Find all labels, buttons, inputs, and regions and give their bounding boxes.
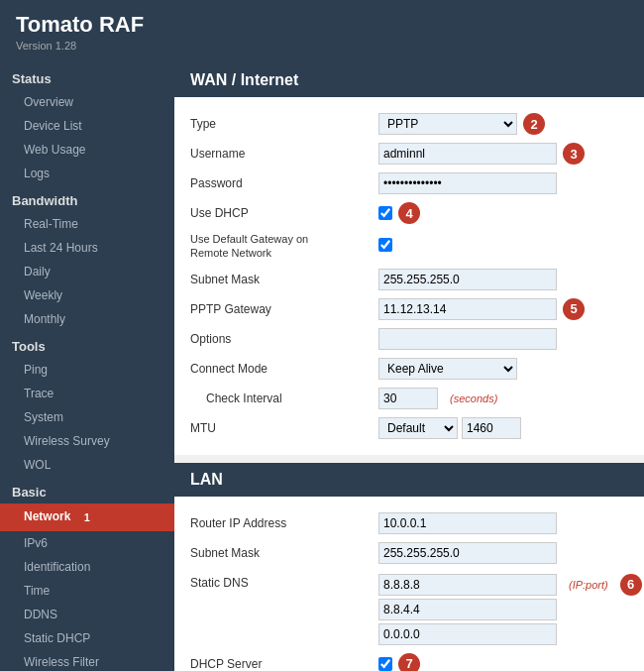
sidebar-item-network[interactable]: Network 1 [0, 503, 174, 531]
sidebar-item-identification[interactable]: Identification [0, 555, 174, 579]
lan-section-title: LAN [190, 471, 223, 488]
sidebar-item-logs[interactable]: Logs [0, 162, 174, 185]
lan-router-ip-input[interactable] [378, 512, 557, 534]
sidebar-item-weekly[interactable]: Weekly [0, 283, 174, 307]
wan-default-gw-row: Use Default Gateway onRemote Network [190, 228, 628, 265]
sidebar-section-basic: Basic [0, 477, 174, 503]
wan-pptp-gw-input[interactable] [378, 298, 557, 320]
sidebar-item-ipv6[interactable]: IPv6 [0, 531, 174, 555]
lan-dhcp-server-row: DHCP Server 7 [190, 649, 628, 671]
lan-section-header: LAN [174, 463, 644, 497]
wan-connect-mode-control: Keep Alive On Demand Disabled [378, 358, 628, 380]
wan-default-gw-label: Use Default Gateway onRemote Network [190, 232, 378, 261]
wan-password-row: Password [190, 168, 628, 198]
wan-mtu-input[interactable] [462, 417, 521, 439]
wan-default-gw-control [378, 238, 628, 255]
wan-section-header: WAN / Internet [174, 63, 644, 97]
wan-check-interval-control: (seconds) [378, 388, 628, 409]
wan-form: Type PPTP DHCP Static PPPoE 2 Username 3 [174, 97, 644, 455]
badge-4: 4 [398, 202, 420, 224]
main-content: WAN / Internet Type PPTP DHCP Static PPP… [174, 63, 644, 671]
sidebar-item-ddns[interactable]: DDNS [0, 603, 174, 626]
badge-3: 3 [563, 143, 585, 165]
wan-check-interval-input[interactable] [378, 388, 438, 409]
lan-static-dns-label: Static DNS [190, 574, 378, 590]
lan-static-dns-input-2[interactable] [378, 599, 557, 620]
sidebar-item-system[interactable]: System [0, 405, 174, 429]
wan-type-row: Type PPTP DHCP Static PPPoE 2 [190, 109, 628, 139]
sidebar-item-monthly[interactable]: Monthly [0, 307, 174, 331]
lan-dhcp-server-control: 7 [378, 653, 628, 671]
wan-connect-mode-row: Connect Mode Keep Alive On Demand Disabl… [190, 354, 628, 384]
lan-subnet-label: Subnet Mask [190, 546, 378, 560]
wan-use-dhcp-control: 4 [378, 202, 628, 224]
wan-connect-mode-select[interactable]: Keep Alive On Demand Disabled [378, 358, 517, 380]
wan-mtu-label: MTU [190, 421, 378, 435]
sidebar-item-device-list[interactable]: Device List [0, 114, 174, 138]
sidebar-item-last-24-hours[interactable]: Last 24 Hours [0, 236, 174, 260]
wan-pptp-gw-label: PPTP Gateway [190, 302, 378, 316]
lan-dhcp-server-checkbox[interactable] [378, 657, 392, 671]
wan-type-control: PPTP DHCP Static PPPoE 2 [378, 113, 628, 135]
wan-options-control [378, 328, 628, 350]
wan-check-interval-row: Check Interval (seconds) [190, 384, 628, 413]
lan-router-ip-control [378, 512, 628, 534]
wan-password-control [378, 172, 628, 194]
sidebar-item-real-time[interactable]: Real-Time [0, 212, 174, 236]
sidebar-item-ping[interactable]: Ping [0, 358, 174, 382]
lan-subnet-input[interactable] [378, 542, 557, 564]
lan-static-dns-control: (IP:port) 6 [378, 574, 642, 645]
sidebar-item-trace[interactable]: Trace [0, 382, 174, 405]
lan-static-dns-input-1[interactable] [378, 574, 557, 596]
badge-6: 6 [620, 574, 642, 596]
wan-subnet-input[interactable] [378, 269, 557, 290]
lan-dns-hint: (IP:port) [569, 579, 608, 591]
wan-check-interval-hint: (seconds) [450, 392, 497, 404]
wan-check-interval-label: Check Interval [190, 391, 378, 405]
sidebar-item-wol[interactable]: WOL [0, 453, 174, 477]
lan-dhcp-server-label: DHCP Server [190, 657, 378, 671]
wan-mtu-row: MTU Default Manual [190, 413, 628, 443]
wan-username-label: Username [190, 147, 378, 161]
lan-static-dns-row: Static DNS (IP:port) 6 [190, 568, 628, 649]
badge-1: 1 [78, 508, 96, 526]
wan-password-input[interactable] [378, 172, 557, 194]
sidebar-item-overview[interactable]: Overview [0, 90, 174, 114]
wan-pptp-gw-row: PPTP Gateway 5 [190, 294, 628, 324]
wan-subnet-row: Subnet Mask [190, 265, 628, 294]
sidebar-item-time[interactable]: Time [0, 579, 174, 603]
sidebar-item-wireless-survey[interactable]: Wireless Survey [0, 429, 174, 453]
sidebar-item-daily[interactable]: Daily [0, 260, 174, 283]
sidebar-item-web-usage[interactable]: Web Usage [0, 138, 174, 162]
wan-section-title: WAN / Internet [190, 71, 298, 88]
wan-use-dhcp-label: Use DHCP [190, 206, 378, 220]
wan-use-dhcp-checkbox[interactable] [378, 206, 392, 220]
sidebar-section-tools: Tools [0, 331, 174, 358]
wan-mtu-control: Default Manual [378, 417, 628, 439]
lan-subnet-control [378, 542, 628, 564]
sidebar-item-static-dhcp[interactable]: Static DHCP [0, 626, 174, 650]
wan-pptp-gw-control: 5 [378, 298, 628, 320]
wan-type-label: Type [190, 117, 378, 131]
sidebar-item-wireless-filter[interactable]: Wireless Filter [0, 650, 174, 671]
wan-options-label: Options [190, 332, 378, 346]
wan-options-input[interactable] [378, 328, 557, 350]
wan-username-input[interactable] [378, 143, 557, 165]
wan-type-select[interactable]: PPTP DHCP Static PPPoE [378, 113, 517, 135]
app-header: Tomato RAF Version 1.28 [0, 0, 644, 63]
app-version: Version 1.28 [16, 40, 628, 52]
lan-form: Router IP Address Subnet Mask Static DNS [174, 497, 644, 671]
wan-username-control: 3 [378, 143, 628, 165]
lan-subnet-row: Subnet Mask [190, 538, 628, 568]
wan-options-row: Options [190, 324, 628, 354]
wan-default-gw-checkbox[interactable] [378, 238, 392, 252]
sidebar-section-status: Status [0, 63, 174, 90]
lan-router-ip-row: Router IP Address [190, 508, 628, 538]
lan-static-dns-input-3[interactable] [378, 623, 557, 645]
badge-5: 5 [563, 298, 585, 320]
badge-7: 7 [398, 653, 420, 671]
wan-username-row: Username 3 [190, 139, 628, 168]
sidebar: Status Overview Device List Web Usage Lo… [0, 63, 174, 671]
lan-router-ip-label: Router IP Address [190, 516, 378, 530]
wan-mtu-select[interactable]: Default Manual [378, 417, 458, 439]
